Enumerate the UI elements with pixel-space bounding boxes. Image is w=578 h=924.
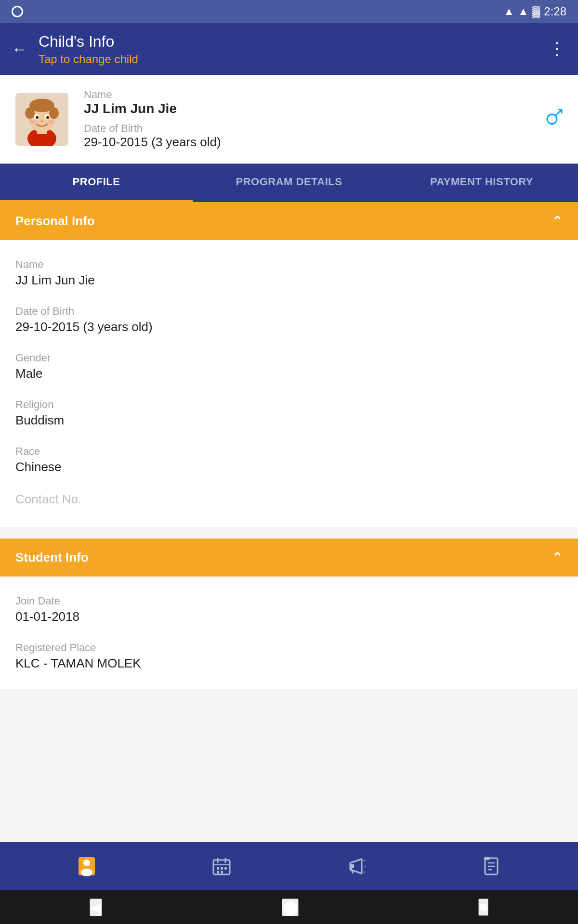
field-religion-label: Religion [15, 398, 563, 411]
svg-point-11 [29, 120, 36, 124]
svg-point-6 [49, 107, 59, 119]
svg-rect-38 [484, 857, 490, 860]
personal-info-title: Personal Info [15, 214, 95, 229]
svg-point-9 [36, 116, 39, 119]
svg-rect-26 [217, 871, 219, 873]
tab-profile[interactable]: PROFILE [0, 164, 193, 202]
field-race-value: Chinese [15, 460, 563, 475]
field-registered-place: Registered Place KLC - TAMAN MOLEK [15, 633, 563, 680]
nav-announcements[interactable] [346, 856, 367, 876]
more-options-button[interactable]: ⋮ [548, 39, 566, 59]
status-left [12, 6, 23, 17]
recent-system-button[interactable]: ■ [478, 898, 488, 916]
field-join-date-label: Join Date [15, 595, 563, 607]
svg-line-30 [364, 860, 365, 861]
child-avatar [15, 93, 68, 146]
field-gender-label: Gender [15, 352, 563, 364]
personal-info-body: Name JJ Lim Jun Jie Date of Birth 29-10-… [0, 240, 578, 527]
field-dob-value: 29-10-2015 (3 years old) [15, 320, 563, 334]
app-bar-title-container: Child's Info Tap to change child [39, 33, 548, 66]
svg-rect-23 [217, 867, 219, 870]
child-name-label: Name [84, 89, 563, 101]
battery-icon: ▓ [532, 5, 540, 18]
svg-point-12 [48, 120, 54, 124]
svg-line-15 [555, 109, 562, 116]
field-registered-place-label: Registered Place [15, 642, 563, 654]
field-name-value: JJ Lim Jun Jie [15, 273, 563, 288]
child-details: Name JJ Lim Jun Jie Date of Birth 29-10-… [84, 89, 563, 150]
field-dob-label: Date of Birth [15, 305, 563, 318]
child-dob-label: Date of Birth [84, 122, 563, 135]
app-bar-title: Child's Info [39, 33, 548, 51]
nav-profile[interactable] [77, 856, 97, 876]
child-dob: 29-10-2015 (3 years old) [84, 135, 563, 150]
child-header: Name JJ Lim Jun Jie Date of Birth 29-10-… [0, 75, 578, 164]
personal-info-chevron: ⌃ [552, 214, 563, 229]
field-name-label: Name [15, 258, 563, 271]
student-info-body: Join Date 01-01-2018 Registered Place KL… [0, 577, 578, 689]
field-dob: Date of Birth 29-10-2015 (3 years old) [15, 296, 563, 343]
app-bar: ← Child's Info Tap to change child ⋮ [0, 23, 578, 75]
nav-reports[interactable] [481, 856, 501, 876]
student-info-title: Student Info [15, 550, 89, 565]
svg-line-32 [364, 872, 365, 873]
field-join-date: Join Date 01-01-2018 [15, 586, 563, 633]
field-religion-value: Buddism [15, 413, 563, 428]
field-contact-label: Contact No. [15, 492, 563, 507]
field-name: Name JJ Lim Jun Jie [15, 250, 563, 296]
field-religion: Religion Buddism [15, 390, 563, 436]
field-contact: Contact No. [15, 483, 563, 517]
child-name: JJ Lim Jun Jie [84, 101, 563, 116]
personal-info-header[interactable]: Personal Info ⌃ [0, 202, 578, 240]
svg-point-10 [46, 116, 49, 119]
field-gender-value: Male [15, 366, 563, 381]
field-gender: Gender Male [15, 343, 563, 390]
system-nav: ◀ ⬤ ■ [0, 890, 578, 924]
field-race-label: Race [15, 445, 563, 458]
status-time: 2:28 [544, 5, 566, 18]
field-join-date-value: 01-01-2018 [15, 609, 563, 624]
svg-rect-24 [221, 867, 223, 870]
tab-payment-history[interactable]: PAYMENT HISTORY [385, 164, 578, 202]
app-bar-subtitle[interactable]: Tap to change child [39, 52, 548, 66]
svg-line-33 [351, 868, 353, 873]
back-system-button[interactable]: ◀ [90, 898, 102, 916]
svg-rect-25 [224, 867, 227, 870]
bottom-nav [0, 842, 578, 890]
status-bar: ▲ ▲ ▓ 2:28 [0, 0, 578, 23]
svg-rect-29 [350, 864, 354, 868]
tab-program-details[interactable]: PROGRAM DETAILS [193, 164, 385, 202]
status-indicator [12, 6, 23, 17]
student-info-header[interactable]: Student Info ⌃ [0, 539, 578, 577]
gender-icon [545, 108, 563, 130]
nav-calendar[interactable] [211, 856, 232, 876]
svg-point-17 [83, 860, 90, 866]
svg-point-5 [25, 107, 35, 119]
signal-icon: ▲ [518, 5, 528, 18]
svg-point-18 [81, 869, 92, 876]
back-button[interactable]: ← [12, 40, 27, 58]
svg-point-13 [40, 120, 43, 122]
svg-rect-27 [221, 871, 223, 873]
field-registered-place-value: KLC - TAMAN MOLEK [15, 656, 563, 671]
student-info-chevron: ⌃ [552, 550, 563, 565]
field-race: Race Chinese [15, 436, 563, 483]
home-system-button[interactable]: ⬤ [282, 898, 299, 916]
content-area: Personal Info ⌃ Name JJ Lim Jun Jie Date… [0, 202, 578, 851]
tabs-bar: PROFILE PROGRAM DETAILS PAYMENT HISTORY [0, 164, 578, 202]
status-right: ▲ ▲ ▓ 2:28 [504, 5, 566, 18]
wifi-icon: ▲ [504, 5, 514, 18]
